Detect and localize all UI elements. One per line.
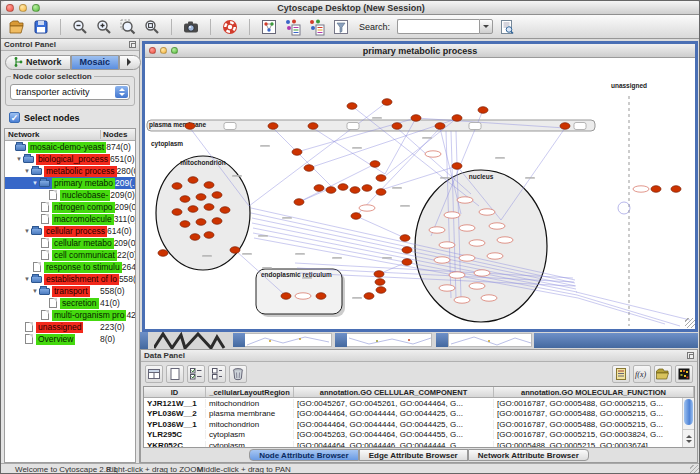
graph-node[interactable] — [376, 175, 386, 182]
tree-row[interactable]: Overview8(0) — [5, 333, 135, 345]
background-frame-border[interactable] — [436, 333, 448, 347]
graph-node[interactable] — [452, 115, 462, 122]
background-frame-titlebar[interactable] — [534, 333, 698, 348]
graph-node[interactable] — [402, 247, 412, 254]
background-frame-border[interactable] — [140, 332, 148, 349]
float-panel-icon[interactable] — [687, 352, 694, 359]
graph-node[interactable] — [560, 123, 570, 130]
expander-icon[interactable]: ▼ — [23, 228, 31, 234]
tree-row[interactable]: ▼transport558(0) — [5, 285, 135, 297]
background-window-thumbnail[interactable] — [244, 333, 332, 347]
graph-node[interactable] — [350, 187, 360, 194]
graph-node[interactable] — [196, 194, 206, 201]
scroll-down-icon[interactable] — [686, 440, 692, 446]
background-frame-border[interactable] — [335, 333, 347, 347]
graph-node[interactable] — [308, 123, 318, 130]
frame-resize-grip[interactable] — [685, 318, 695, 328]
tree-row[interactable]: mosaic-demo-yeast874(0) — [5, 141, 135, 153]
graph-node[interactable] — [338, 184, 348, 191]
graph-node[interactable] — [435, 123, 445, 130]
tree-row[interactable]: cellular metabo209(0) — [5, 237, 135, 249]
table-column-header[interactable]: annotation.GO MOLECULAR_FUNCTION — [494, 387, 694, 397]
scroll-up-icon[interactable] — [686, 432, 692, 438]
graph-node[interactable] — [180, 196, 190, 203]
select-attributes-icon[interactable] — [145, 365, 163, 383]
tree-row[interactable]: cell communicat22(0) — [5, 249, 135, 261]
edge[interactable] — [576, 292, 690, 320]
graph-node[interactable] — [314, 185, 324, 192]
small-node[interactable] — [454, 297, 470, 303]
formula-fx-icon[interactable]: f(x) — [633, 365, 651, 383]
table-column-header[interactable]: _cellularLayoutRegion — [206, 387, 294, 397]
tree-row[interactable]: ▼primary metabo209(... — [5, 177, 135, 189]
graph-node[interactable] — [478, 107, 488, 114]
save-icon[interactable] — [31, 17, 51, 37]
small-node[interactable] — [295, 293, 311, 299]
network-canvas[interactable]: plasma membranecytoplasmmitochondrionnuc… — [145, 58, 695, 328]
small-node[interactable] — [457, 197, 473, 203]
window-resize-grip[interactable] — [690, 465, 700, 474]
select-nodes-checkbox[interactable]: ✓ — [9, 112, 20, 123]
graph-node[interactable] — [316, 293, 326, 300]
graph-node[interactable] — [180, 221, 190, 228]
small-node[interactable] — [434, 257, 450, 263]
table-row[interactable]: YPL036W__1mitochondrion[GO:0044464, GO:0… — [144, 419, 694, 430]
graph-node[interactable] — [304, 165, 314, 172]
graph-node[interactable] — [326, 187, 336, 194]
small-node[interactable] — [487, 253, 503, 259]
small-node[interactable] — [444, 212, 460, 218]
self-loop-edge[interactable] — [618, 202, 630, 214]
graph-node[interactable] — [651, 186, 661, 193]
graph-node[interactable] — [172, 209, 182, 216]
small-node[interactable] — [429, 227, 445, 233]
help-lifering-icon[interactable] — [220, 17, 240, 37]
tree-row[interactable]: multi-organism pro42(0) — [5, 309, 135, 321]
graph-node[interactable] — [204, 182, 214, 189]
table-row[interactable]: YPL036W__2plasma membrane[GO:0044464, GO… — [144, 409, 694, 420]
table-scrollbar[interactable] — [682, 398, 694, 447]
edge[interactable] — [356, 216, 405, 238]
zoom-fit-icon[interactable] — [142, 17, 162, 37]
expander-icon[interactable]: ▼ — [23, 168, 31, 174]
graph-node[interactable] — [281, 293, 291, 300]
search-input[interactable] — [397, 19, 479, 34]
graph-node[interactable] — [190, 234, 200, 241]
import-attributes-icon[interactable] — [283, 17, 303, 37]
tree-row[interactable]: nitrogen compo209(0) — [5, 201, 135, 213]
graph-node[interactable] — [188, 177, 198, 184]
table-column-header[interactable]: ID — [144, 387, 206, 397]
import-notes-icon[interactable] — [612, 365, 630, 383]
membrane-label-box[interactable] — [469, 123, 481, 130]
tab-node-attribute-browser[interactable]: Node Attribute Browser — [249, 449, 359, 461]
graph-node[interactable] — [411, 115, 421, 122]
graph-node[interactable] — [362, 185, 372, 192]
tree-row[interactable]: macromolecule311(0) — [5, 213, 135, 225]
expander-icon[interactable]: ▼ — [31, 180, 39, 186]
graph-node[interactable] — [351, 213, 361, 220]
scrollbar-thumb[interactable] — [684, 399, 693, 425]
create-attribute-icon[interactable] — [166, 365, 184, 383]
tree-col-network[interactable]: Network — [5, 130, 101, 139]
tab-overflow-button[interactable] — [119, 55, 141, 70]
tab-network[interactable]: Network — [5, 55, 71, 70]
small-node[interactable] — [469, 240, 485, 246]
delete-attribute-icon[interactable] — [229, 365, 247, 383]
tree-col-nodes[interactable]: Nodes — [101, 130, 135, 139]
expander-icon[interactable]: ▼ — [31, 288, 39, 294]
small-node[interactable] — [359, 205, 375, 211]
network-view-titlebar[interactable]: primary metabolic process — [145, 44, 695, 58]
map-attributes-icon[interactable] — [307, 17, 327, 37]
graph-node[interactable] — [158, 250, 168, 257]
graph-node[interactable] — [212, 218, 222, 225]
tree-row[interactable]: secretion41(0) — [5, 297, 135, 309]
graph-node[interactable] — [402, 259, 412, 266]
graph-node[interactable] — [212, 192, 222, 199]
edge[interactable] — [273, 128, 331, 186]
small-node[interactable] — [633, 186, 649, 192]
graph-node[interactable] — [220, 207, 230, 214]
graph-node[interactable] — [376, 287, 386, 294]
tree-row[interactable]: ▼metabolic process280(0) — [5, 165, 135, 177]
graph-node[interactable] — [392, 123, 402, 130]
graph-node[interactable] — [230, 247, 240, 254]
tree-row[interactable]: nucleobase-209(0) — [5, 189, 135, 201]
